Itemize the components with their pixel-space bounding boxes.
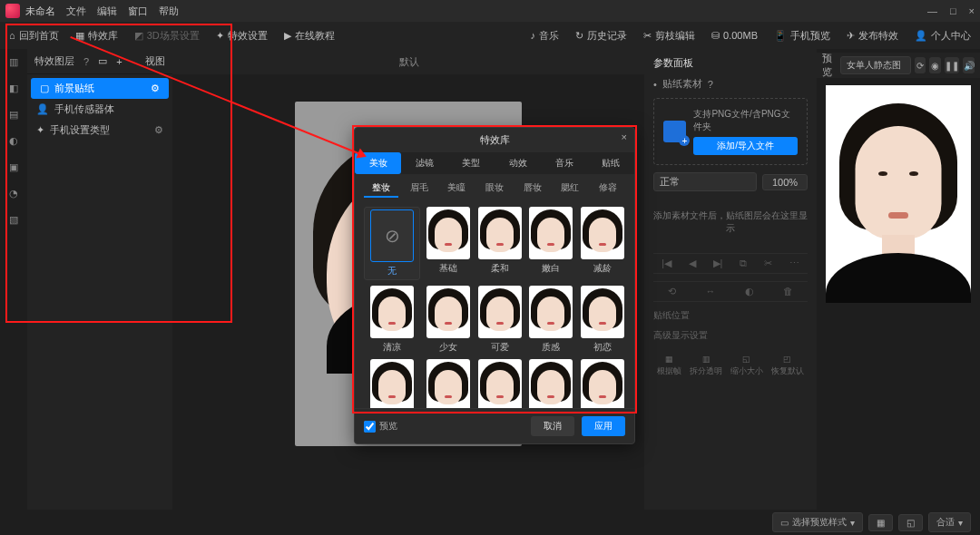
record-icon[interactable]: ◉ — [929, 57, 941, 73]
preset-无[interactable]: ⊘无 — [364, 207, 420, 280]
blend-mode-select[interactable]: 正常 — [653, 172, 757, 191]
modal-tabs: 美妆 滤镜 美型 动效 音乐 贴纸 — [355, 152, 634, 174]
preset-item-11[interactable] — [426, 359, 472, 408]
sub-eye[interactable]: 眼妆 — [477, 180, 512, 198]
tb-tutorial[interactable]: ▶在线教程 — [284, 29, 335, 43]
sub-full[interactable]: 整妆 — [364, 180, 398, 198]
tb-home[interactable]: ⌂回到首页 — [9, 29, 59, 43]
new-layer-icon[interactable]: ▭ — [98, 55, 107, 67]
preset-嫩白[interactable]: 嫩白 — [528, 207, 574, 280]
tb-effect-settings[interactable]: ✦特效设置 — [216, 29, 268, 43]
menu-edit[interactable]: 编辑 — [97, 5, 117, 18]
close-icon[interactable]: × — [622, 131, 627, 142]
lb-icon-1[interactable]: ◧ — [9, 83, 18, 94]
preset-质感[interactable]: 质感 — [528, 286, 574, 354]
mask-icon[interactable]: ◐ — [745, 286, 754, 297]
tb-storage[interactable]: ⛁0.00MB — [711, 30, 758, 42]
preset-基础[interactable]: 基础 — [426, 207, 472, 280]
lb-icon-0[interactable]: ▥ — [9, 56, 18, 68]
tb-clip-edit[interactable]: ✂剪枝编辑 — [643, 29, 695, 43]
sound-icon[interactable]: 🔊 — [963, 57, 975, 73]
menubar: 文件 编辑 窗口 帮助 — [66, 5, 179, 18]
sub-brow[interactable]: 眉毛 — [402, 180, 436, 198]
lb-icon-3[interactable]: ◐ — [9, 135, 18, 147]
tb-effects-lib[interactable]: ▦特效库 — [75, 29, 118, 43]
sub-lip[interactable]: 唇妆 — [515, 180, 550, 198]
tab-makeup[interactable]: 美妆 — [355, 152, 401, 174]
preset-item-14[interactable] — [580, 359, 626, 408]
skip-start-icon[interactable]: |◀ — [662, 258, 671, 269]
gear-icon[interactable]: ⚙ — [154, 124, 163, 136]
tab-music[interactable]: 音乐 — [541, 152, 587, 174]
zoom-fit[interactable]: 合适▾ — [928, 512, 971, 532]
layer-item-phone-settings[interactable]: ✦ 手机设置类型 ⚙ — [27, 120, 172, 141]
gear-icon[interactable]: ⚙ — [151, 83, 160, 94]
lb-icon-4[interactable]: ▣ — [9, 161, 18, 173]
upload-button[interactable]: 添加/导入文件 — [693, 137, 798, 155]
upload-box[interactable]: 支持PNG文件/含PNG文件夹 添加/导入文件 — [653, 98, 808, 165]
lb-icon-2[interactable]: ▤ — [9, 109, 18, 121]
menu-file[interactable]: 文件 — [66, 5, 86, 18]
window-minimize[interactable]: — — [927, 5, 937, 16]
menu-help[interactable]: 帮助 — [159, 5, 179, 18]
tb-profile[interactable]: 👤个人中心 — [915, 29, 971, 43]
fi-0[interactable]: ▦根据帧 — [657, 355, 681, 377]
sub-pupil[interactable]: 美瞳 — [439, 180, 474, 198]
preset-thumb — [478, 207, 522, 259]
opacity-input[interactable]: 100% — [762, 174, 808, 190]
lb-icon-5[interactable]: ◔ — [9, 188, 18, 199]
fi-1[interactable]: ▥拆分透明 — [690, 355, 722, 377]
preview-mode-select[interactable]: 女单人静态图 — [840, 56, 911, 74]
cut-icon[interactable]: ✂ — [764, 258, 772, 269]
copy-icon[interactable]: ⧉ — [740, 258, 747, 269]
preview-style-button[interactable]: ▭选择预览样式▾ — [772, 512, 863, 532]
preset-可爱[interactable]: 可爱 — [477, 286, 524, 354]
tb-phone-preview[interactable]: 📱手机预览 — [774, 29, 830, 43]
preset-初恋[interactable]: 初恋 — [580, 286, 626, 354]
preview-checkbox[interactable]: 预览 — [364, 420, 397, 433]
help-icon[interactable]: ? — [708, 79, 713, 90]
menu-window[interactable]: 窗口 — [128, 5, 148, 18]
tab-beauty[interactable]: 美型 — [448, 152, 495, 174]
lb-icon-6[interactable]: ▧ — [9, 214, 18, 226]
prev-icon[interactable]: ◀ — [689, 258, 696, 269]
tb-music[interactable]: ♪音乐 — [531, 29, 560, 43]
window-close[interactable]: × — [969, 5, 975, 16]
sub-contour[interactable]: 修容 — [591, 180, 625, 198]
tb-history[interactable]: ↻历史记录 — [575, 29, 627, 43]
refresh-icon[interactable]: ⟳ — [915, 57, 926, 73]
tab-sticker[interactable]: 贴纸 — [588, 152, 634, 174]
preset-item-10[interactable] — [364, 359, 420, 408]
rotate-icon[interactable]: ⟲ — [668, 286, 676, 297]
tab-filter[interactable]: 滤镜 — [401, 152, 447, 174]
tab-effect[interactable]: 动效 — [495, 152, 541, 174]
skip-end-icon[interactable]: ▶| — [713, 258, 723, 269]
preset-item-12[interactable] — [477, 359, 524, 408]
layer-item-phone-sensor[interactable]: 👤 手机传感器体 — [27, 99, 172, 120]
flip-icon[interactable]: ↔ — [705, 286, 715, 297]
preset-少女[interactable]: 少女 — [426, 286, 472, 354]
view-label[interactable]: 视图 — [145, 54, 165, 68]
preset-item-13[interactable] — [528, 359, 574, 408]
delete-icon[interactable]: 🗑 — [783, 286, 793, 297]
preset-减龄[interactable]: 减龄 — [580, 207, 626, 280]
help-icon[interactable]: ? — [83, 56, 89, 67]
layer-item-foreground-sticker[interactable]: ▢ 前景贴纸 ⚙ — [31, 78, 169, 99]
window-maximize[interactable]: □ — [950, 5, 956, 16]
cancel-button[interactable]: 取消 — [531, 416, 574, 436]
fi-3[interactable]: ◰恢复默认 — [771, 355, 804, 377]
canvas-tab[interactable]: 默认 — [399, 55, 419, 69]
tb-publish[interactable]: ✈发布特效 — [847, 29, 898, 43]
bb-icon1[interactable]: ▦ — [868, 514, 893, 531]
add-icon[interactable]: + — [116, 56, 122, 67]
pause-icon[interactable]: ❚❚ — [945, 57, 959, 73]
apply-button[interactable]: 应用 — [582, 416, 625, 436]
sub-blush[interactable]: 腮红 — [554, 180, 588, 198]
preset-柔和[interactable]: 柔和 — [477, 207, 524, 280]
fi-2[interactable]: ◱缩小大小 — [730, 355, 763, 377]
preset-清凉[interactable]: 清凉 — [364, 286, 420, 354]
bb-icon2[interactable]: ◱ — [898, 514, 923, 531]
layer-icon: ▢ — [40, 83, 49, 94]
preset-thumb — [370, 359, 414, 408]
more-icon[interactable]: ⋯ — [789, 258, 799, 269]
